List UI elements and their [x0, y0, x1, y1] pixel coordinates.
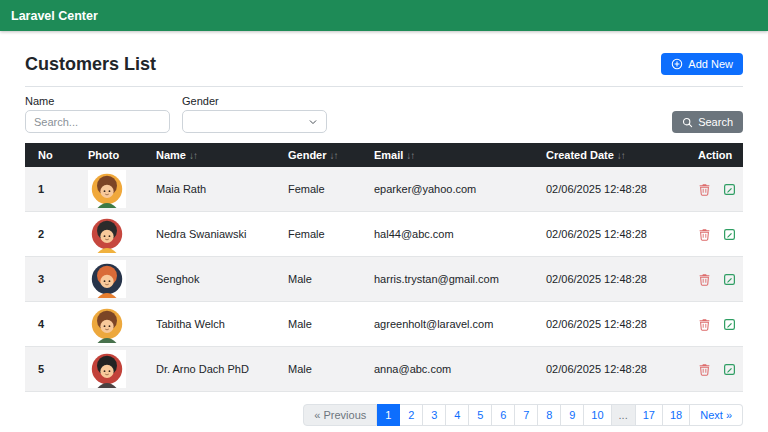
page-header: Customers List Add New: [25, 53, 743, 75]
delete-button[interactable]: [698, 228, 711, 241]
name-filter-label: Name: [25, 95, 170, 107]
gender-filter-label: Gender: [182, 95, 327, 107]
customer-name: Maia Rath: [148, 167, 280, 212]
name-filter-group: Name: [25, 95, 170, 133]
pagination-page-9[interactable]: 9: [561, 404, 584, 426]
sort-icon[interactable]: ↓↑: [406, 150, 414, 161]
add-new-button[interactable]: Add New: [661, 53, 743, 75]
table-header-row: No Photo Name↓↑ Gender↓↑ Email↓↑ Created…: [25, 143, 743, 167]
filter-bar: Name Gender Search: [25, 95, 743, 133]
trash-icon: [698, 318, 711, 331]
edit-button[interactable]: [723, 318, 736, 331]
pagination-page-1[interactable]: 1: [377, 404, 400, 426]
table-row: 1 Maia Rath Female eparker@yahoo.com 02/…: [25, 167, 743, 212]
pagination-page-8[interactable]: 8: [538, 404, 561, 426]
customer-created-date: 02/06/2025 12:48:28: [538, 167, 690, 212]
app-brand[interactable]: Laravel Center: [11, 9, 98, 23]
customer-name: Senghok: [148, 257, 280, 302]
pagination-ellipsis: ...: [612, 404, 636, 426]
photo-cell: [80, 167, 148, 212]
action-cell: [690, 167, 743, 212]
header-divider: [25, 86, 743, 87]
trash-icon: [698, 228, 711, 241]
trash-icon: [698, 273, 711, 286]
pagination-bar: « Previous 1 2 3 4 5 6 7 8 9 10 ... 17 1…: [25, 404, 743, 426]
column-header-action: Action: [690, 143, 743, 167]
row-number: 5: [25, 347, 80, 392]
edit-button[interactable]: [723, 363, 736, 376]
table-row: 5 Dr. Arno Dach PhD Male anna@abc.com 02…: [25, 347, 743, 392]
customer-gender: Male: [280, 347, 366, 392]
customer-email: harris.trystan@gmail.com: [366, 257, 538, 302]
sort-icon[interactable]: ↓↑: [189, 150, 197, 161]
column-header-created-date[interactable]: Created Date↓↑: [538, 143, 690, 167]
action-cell: [690, 302, 743, 347]
gender-select[interactable]: [182, 110, 327, 133]
customer-created-date: 02/06/2025 12:48:28: [538, 212, 690, 257]
row-number: 2: [25, 212, 80, 257]
customer-avatar: [88, 350, 126, 388]
page-title: Customers List: [25, 54, 156, 75]
column-header-name[interactable]: Name↓↑: [148, 143, 280, 167]
pagination-page-7[interactable]: 7: [515, 404, 538, 426]
pagination-page-6[interactable]: 6: [492, 404, 515, 426]
action-cell: [690, 347, 743, 392]
gender-filter-group: Gender: [182, 95, 327, 133]
plus-circle-icon: [671, 58, 683, 70]
name-search-input[interactable]: [25, 110, 170, 133]
column-header-no: No: [25, 143, 80, 167]
action-cell: [690, 212, 743, 257]
customer-gender: Male: [280, 302, 366, 347]
add-new-label: Add New: [688, 57, 733, 71]
table-row: 2 Nedra Swaniawski Female hal44@abc.com …: [25, 212, 743, 257]
pencil-square-icon: [723, 183, 736, 196]
customer-email: agreenholt@laravel.com: [366, 302, 538, 347]
pagination-page-17[interactable]: 17: [636, 404, 663, 426]
column-header-photo: Photo: [80, 143, 148, 167]
edit-button[interactable]: [723, 183, 736, 196]
table-row: 3 Senghok Male harris.trystan@gmail.com …: [25, 257, 743, 302]
customer-avatar: [88, 260, 126, 298]
sort-icon[interactable]: ↓↑: [330, 150, 338, 161]
pencil-square-icon: [723, 273, 736, 286]
delete-button[interactable]: [698, 273, 711, 286]
pagination-next[interactable]: Next »: [690, 404, 743, 426]
column-header-email[interactable]: Email↓↑: [366, 143, 538, 167]
photo-cell: [80, 347, 148, 392]
customer-email: eparker@yahoo.com: [366, 167, 538, 212]
customer-avatar: [88, 305, 126, 343]
pagination: « Previous 1 2 3 4 5 6 7 8 9 10 ... 17 1…: [303, 404, 743, 426]
delete-button[interactable]: [698, 183, 711, 196]
action-cell: [690, 257, 743, 302]
pagination-page-5[interactable]: 5: [469, 404, 492, 426]
customer-gender: Female: [280, 212, 366, 257]
trash-icon: [698, 183, 711, 196]
chevron-down-icon: [308, 117, 318, 127]
customer-created-date: 02/06/2025 12:48:28: [538, 302, 690, 347]
search-button-label: Search: [698, 115, 733, 129]
delete-button[interactable]: [698, 363, 711, 376]
customer-created-date: 02/06/2025 12:48:28: [538, 257, 690, 302]
row-number: 4: [25, 302, 80, 347]
column-header-gender[interactable]: Gender↓↑: [280, 143, 366, 167]
photo-cell: [80, 302, 148, 347]
customers-table: No Photo Name↓↑ Gender↓↑ Email↓↑ Created…: [25, 143, 743, 392]
photo-cell: [80, 212, 148, 257]
pagination-page-2[interactable]: 2: [400, 404, 423, 426]
row-number: 1: [25, 167, 80, 212]
pagination-page-18[interactable]: 18: [663, 404, 690, 426]
pencil-square-icon: [723, 363, 736, 376]
magnifier-icon: [682, 117, 693, 128]
pagination-page-4[interactable]: 4: [446, 404, 469, 426]
edit-button[interactable]: [723, 273, 736, 286]
delete-button[interactable]: [698, 318, 711, 331]
table-row: 4 Tabitha Welch Male agreenholt@laravel.…: [25, 302, 743, 347]
customer-avatar: [88, 170, 126, 208]
pagination-page-3[interactable]: 3: [423, 404, 446, 426]
photo-cell: [80, 257, 148, 302]
pagination-previous[interactable]: « Previous: [303, 404, 377, 426]
sort-icon[interactable]: ↓↑: [617, 150, 625, 161]
pagination-page-10[interactable]: 10: [584, 404, 611, 426]
edit-button[interactable]: [723, 228, 736, 241]
search-button[interactable]: Search: [672, 111, 743, 133]
